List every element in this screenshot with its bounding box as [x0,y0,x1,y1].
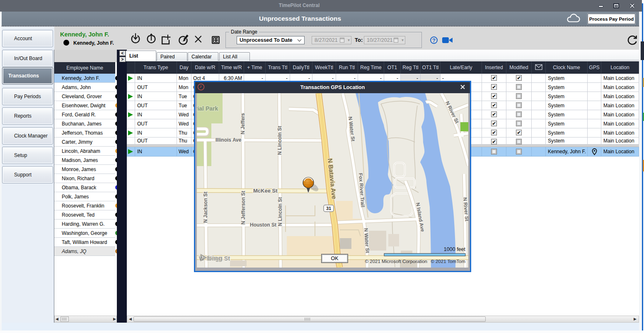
svg-text:rial Park: rial Park [197,105,218,112]
svg-text:McKee St: McKee St [253,188,278,194]
svg-text:bing: bing [208,254,223,262]
svg-text:© 2021 TomTom: © 2021 TomTom [431,259,465,264]
svg-text:31: 31 [326,206,331,211]
svg-text:1000 feet: 1000 feet [444,246,466,252]
svg-text:N Lincoln St: N Lincoln St [277,197,283,226]
svg-text:Illinois Ave: Illinois Ave [215,137,242,143]
svg-text:© 2021 Microsoft Corporation: © 2021 Microsoft Corporation [365,259,427,264]
svg-text:N Jeffers: N Jeffers [240,113,246,135]
svg-text:N Jackson St: N Jackson St [203,192,208,223]
svg-text:Houston St: Houston St [250,222,276,228]
svg-text:N Jefferson St: N Jefferson St [240,191,246,224]
svg-text:N Lincoln St: N Lincoln St [277,126,283,155]
